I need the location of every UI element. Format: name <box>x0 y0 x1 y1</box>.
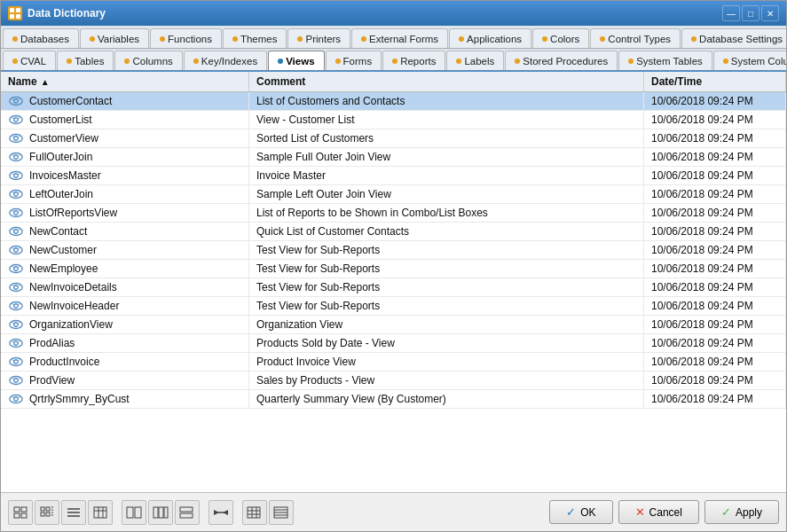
tab-top-variables[interactable]: Variables <box>80 28 149 48</box>
tab-second-system-tables[interactable]: System Tables <box>618 51 712 70</box>
cell-comment: Products Sold by Date - View <box>249 334 644 352</box>
column-name[interactable]: Name ▲ <box>1 72 249 91</box>
svg-point-24 <box>10 191 22 199</box>
svg-point-13 <box>14 137 19 141</box>
table-row[interactable]: NewCustomerTest View for Sub-Reports10/0… <box>1 241 786 260</box>
cell-name: ProdView <box>1 372 249 389</box>
tab-second-stored-procedures[interactable]: Stored Procedures <box>505 51 618 70</box>
arrow-icon[interactable] <box>209 500 233 525</box>
app-icon <box>8 6 22 20</box>
view-icon <box>8 318 24 331</box>
svg-line-18 <box>12 154 14 156</box>
cell-datetime: 10/06/2018 09:24 PM <box>644 92 786 110</box>
tab-top-external-forms[interactable]: External Forms <box>351 28 448 48</box>
tab-top-functions[interactable]: Functions <box>150 28 222 48</box>
view-icon <box>8 188 24 200</box>
tab-second-reports[interactable]: Reports <box>382 51 445 70</box>
cell-name: NewInvoiceDetails <box>1 278 249 296</box>
svg-rect-3 <box>16 14 20 19</box>
grid-small-1[interactable] <box>242 500 267 525</box>
tab-second-views[interactable]: Views <box>268 51 324 70</box>
column-comment[interactable]: Comment <box>249 72 644 91</box>
window-title: Data Dictionary <box>28 7 106 20</box>
table-row[interactable]: NewContactQuick List of Customer Contact… <box>1 223 786 241</box>
apply-button[interactable]: ✓ Apply <box>704 500 779 524</box>
title-bar: Data Dictionary — □ ✕ <box>1 1 786 26</box>
table-row[interactable]: ListOfReportsViewList of Reports to be S… <box>1 204 786 223</box>
svg-point-5 <box>14 99 19 104</box>
footer: ✓ OK ✕ Cancel ✓ Apply <box>1 492 786 531</box>
list-icon[interactable] <box>61 500 86 525</box>
tab-top-printers[interactable]: Printers <box>287 28 350 48</box>
svg-line-51 <box>19 303 20 305</box>
table-row[interactable]: OrganizationViewOrganization View10/06/2… <box>1 316 786 334</box>
tab-second-system-columns[interactable]: System Columns <box>713 51 786 70</box>
svg-point-48 <box>10 302 22 310</box>
table-row[interactable]: NewInvoiceHeaderTest View for Sub-Report… <box>1 297 786 316</box>
svg-line-62 <box>12 359 14 361</box>
grid-icon-1[interactable] <box>8 500 33 525</box>
cell-comment: Test View for Sub-Reports <box>249 297 644 315</box>
cell-name: NewEmployee <box>1 260 249 278</box>
tab-second-columns[interactable]: Columns <box>114 51 182 70</box>
tab-second-forms[interactable]: Forms <box>326 51 382 70</box>
cell-name: NewCustomer <box>1 241 249 259</box>
table-row[interactable]: ProductInvoiceProduct Invoice View10/06/… <box>1 353 786 372</box>
svg-point-68 <box>10 395 22 403</box>
cancel-button[interactable]: ✕ Cancel <box>618 500 699 524</box>
table-row[interactable]: QrtrlySmmry_ByCustQuarterly Summary View… <box>1 390 786 409</box>
svg-line-42 <box>12 266 14 268</box>
cell-comment: Quarterly Summary View (By Customer) <box>249 390 644 408</box>
tab-top-control-types[interactable]: Control Types <box>590 28 681 48</box>
tab-top-database-settings[interactable]: Database Settings <box>681 28 786 48</box>
cell-datetime: 10/06/2018 09:24 PM <box>644 260 786 278</box>
form-icon-3[interactable] <box>175 500 200 525</box>
svg-point-17 <box>14 155 19 160</box>
ok-label: OK <box>580 506 595 519</box>
table-row[interactable]: CustomerContactList of Customers and Con… <box>1 92 786 111</box>
table-row[interactable]: ProdAliasProducts Sold by Date - View10/… <box>1 334 786 353</box>
close-button[interactable]: ✕ <box>761 5 779 21</box>
grid-icon-2[interactable] <box>35 500 59 525</box>
svg-point-33 <box>14 230 19 234</box>
minimize-button[interactable]: — <box>722 5 740 21</box>
tab-top-applications[interactable]: Applications <box>449 28 531 48</box>
view-icon <box>8 151 24 163</box>
table-row[interactable]: NewEmployeeTest View for Sub-Reports10/0… <box>1 260 786 278</box>
svg-line-43 <box>19 266 20 268</box>
table-row[interactable]: InvoicesMasterInvoice Master10/06/2018 0… <box>1 167 786 185</box>
form-icon-2[interactable] <box>148 500 173 525</box>
table-row[interactable]: LeftOuterJoinSample Left Outer Join View… <box>1 185 786 204</box>
svg-line-14 <box>12 136 14 137</box>
ok-button[interactable]: ✓ OK <box>549 500 612 524</box>
tab-top-themes[interactable]: Themes <box>223 28 287 48</box>
tab-second-tables[interactable]: Tables <box>57 51 114 70</box>
tab-top-databases[interactable]: Databases <box>3 28 79 48</box>
svg-rect-91 <box>127 507 133 518</box>
cell-datetime: 10/06/2018 09:24 PM <box>644 129 786 147</box>
tab-second-cval[interactable]: CVAL <box>3 51 56 70</box>
svg-point-9 <box>14 118 19 122</box>
cell-comment: Product Invoice View <box>249 353 644 371</box>
svg-point-29 <box>14 211 19 215</box>
view-icon <box>8 225 24 238</box>
table-row[interactable]: FullOuterJoinSample Full Outer Join View… <box>1 148 786 167</box>
table-row[interactable]: ProdViewSales by Products - View10/06/20… <box>1 372 786 390</box>
table-body[interactable]: CustomerContactList of Customers and Con… <box>1 92 786 492</box>
svg-line-39 <box>19 247 20 249</box>
tab-second-key/indexes[interactable]: Key/Indexes <box>184 51 267 70</box>
tab-top-colors[interactable]: Colors <box>532 28 589 48</box>
table-icon[interactable] <box>88 500 113 525</box>
table-row[interactable]: CustomerListView - Customer List10/06/20… <box>1 111 786 129</box>
table-row[interactable]: CustomerViewSorted List of Customers10/0… <box>1 129 786 148</box>
footer-icons <box>8 500 294 525</box>
column-datetime[interactable]: Date/Time <box>644 72 786 91</box>
lines-icon[interactable] <box>269 500 294 525</box>
form-icon-1[interactable] <box>122 500 146 525</box>
tab-second-labels[interactable]: Labels <box>446 51 504 70</box>
svg-line-71 <box>19 396 20 398</box>
svg-line-27 <box>19 192 20 193</box>
table-row[interactable]: NewInvoiceDetailsTest View for Sub-Repor… <box>1 278 786 297</box>
cell-comment: Invoice Master <box>249 167 644 184</box>
maximize-button[interactable]: □ <box>742 5 759 21</box>
